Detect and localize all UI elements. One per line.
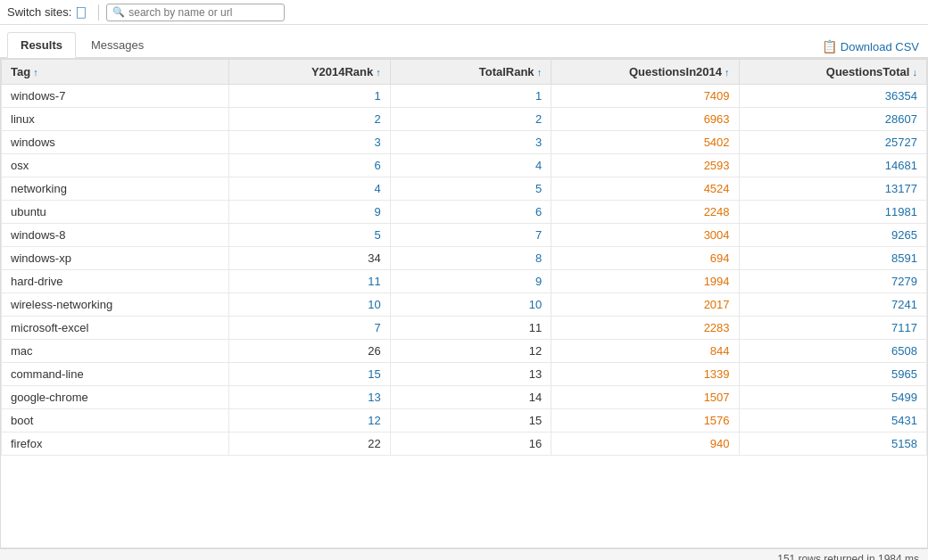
cell-y2014rank: 3 xyxy=(229,131,390,154)
cell-totalrank: 4 xyxy=(390,154,551,177)
cell-q2014: 3004 xyxy=(551,224,739,247)
tabs-bar: Results Messages xyxy=(0,25,813,57)
download-icon: 📋 xyxy=(822,39,837,54)
cell-totalrank: 3 xyxy=(390,131,551,154)
cell-qtotal: 5499 xyxy=(739,386,926,409)
cell-qtotal: 7117 xyxy=(739,317,926,340)
cell-q2014: 2017 xyxy=(551,293,739,317)
col-header-tag[interactable]: Tag xyxy=(2,60,229,85)
cell-tag: networking xyxy=(2,177,229,201)
table-row: ubuntu96224811981 xyxy=(2,201,927,224)
table-row: windows-xp3486948591 xyxy=(2,247,927,270)
search-icon: 🔍 xyxy=(112,6,125,18)
toolbar: 📋 Download CSV xyxy=(813,36,928,57)
cell-totalrank: 10 xyxy=(390,293,551,317)
cell-qtotal: 36354 xyxy=(739,85,926,108)
cell-tag: firefox xyxy=(2,432,229,456)
cell-y2014rank: 26 xyxy=(229,340,390,363)
cell-totalrank: 9 xyxy=(390,270,551,293)
cell-totalrank: 11 xyxy=(390,317,551,340)
switch-sites-icon[interactable]: ⎕ xyxy=(77,4,86,21)
cell-totalrank: 8 xyxy=(390,247,551,270)
cell-tag: windows-8 xyxy=(2,224,229,247)
cell-q2014: 1507 xyxy=(551,386,739,409)
cell-qtotal: 5158 xyxy=(739,432,926,456)
table-row: boot121515765431 xyxy=(2,409,927,432)
cell-tag: windows-7 xyxy=(2,85,229,108)
cell-tag: windows-xp xyxy=(2,247,229,270)
cell-totalrank: 15 xyxy=(390,409,551,432)
cell-qtotal: 6508 xyxy=(739,340,926,363)
cell-y2014rank: 13 xyxy=(229,386,390,409)
cell-y2014rank: 22 xyxy=(229,432,390,456)
cell-qtotal: 7241 xyxy=(739,293,926,317)
cell-qtotal: 5431 xyxy=(739,409,926,432)
cell-q2014: 4524 xyxy=(551,177,739,201)
cell-y2014rank: 4 xyxy=(229,177,390,201)
cell-tag: microsoft-excel xyxy=(2,317,229,340)
cell-qtotal: 9265 xyxy=(739,224,926,247)
cell-tag: windows xyxy=(2,131,229,154)
cell-qtotal: 28607 xyxy=(739,108,926,131)
cell-q2014: 7409 xyxy=(551,85,739,108)
cell-totalrank: 2 xyxy=(390,108,551,131)
cell-tag: ubuntu xyxy=(2,201,229,224)
table-row: linux22696328607 xyxy=(2,108,927,131)
cell-q2014: 844 xyxy=(551,340,739,363)
cell-totalrank: 12 xyxy=(390,340,551,363)
cell-qtotal: 5965 xyxy=(739,363,926,386)
download-csv-label: Download CSV xyxy=(841,40,919,54)
cell-tag: linux xyxy=(2,108,229,131)
cell-y2014rank: 6 xyxy=(229,154,390,177)
results-table: Tag Y2014Rank TotalRank QuestionsIn2014 … xyxy=(1,59,927,456)
cell-q2014: 1576 xyxy=(551,409,739,432)
status-message: 151 rows returned in 1984 ms xyxy=(777,553,919,560)
top-bar: Switch sites: ⎕ 🔍 xyxy=(0,0,928,25)
cell-y2014rank: 2 xyxy=(229,108,390,131)
tab-results[interactable]: Results xyxy=(7,32,76,58)
cell-qtotal: 14681 xyxy=(739,154,926,177)
table-row: mac26128446508 xyxy=(2,340,927,363)
cell-totalrank: 7 xyxy=(390,224,551,247)
search-input[interactable] xyxy=(128,6,271,19)
cell-qtotal: 11981 xyxy=(739,201,926,224)
cell-y2014rank: 11 xyxy=(229,270,390,293)
table-row: windows-85730049265 xyxy=(2,224,927,247)
cell-qtotal: 8591 xyxy=(739,247,926,270)
cell-q2014: 2283 xyxy=(551,317,739,340)
col-header-q2014[interactable]: QuestionsIn2014 xyxy=(551,60,739,85)
search-box[interactable]: 🔍 xyxy=(106,4,285,21)
table-row: microsoft-excel71122837117 xyxy=(2,317,927,340)
cell-q2014: 2593 xyxy=(551,154,739,177)
table-header: Tag Y2014Rank TotalRank QuestionsIn2014 … xyxy=(2,60,927,85)
cell-totalrank: 6 xyxy=(390,201,551,224)
col-header-totalrank[interactable]: TotalRank xyxy=(390,60,551,85)
divider xyxy=(98,4,99,21)
table-body: windows-711740936354linux22696328607wind… xyxy=(2,85,927,456)
cell-y2014rank: 5 xyxy=(229,224,390,247)
cell-y2014rank: 12 xyxy=(229,409,390,432)
cell-q2014: 5402 xyxy=(551,131,739,154)
cell-y2014rank: 9 xyxy=(229,201,390,224)
cell-q2014: 940 xyxy=(551,432,739,456)
table-row: command-line151313395965 xyxy=(2,363,927,386)
cell-q2014: 694 xyxy=(551,247,739,270)
cell-tag: command-line xyxy=(2,363,229,386)
cell-totalrank: 5 xyxy=(390,177,551,201)
results-table-container[interactable]: Tag Y2014Rank TotalRank QuestionsIn2014 … xyxy=(0,58,928,548)
cell-tag: hard-drive xyxy=(2,270,229,293)
table-row: networking45452413177 xyxy=(2,177,927,201)
cell-totalrank: 16 xyxy=(390,432,551,456)
cell-q2014: 6963 xyxy=(551,108,739,131)
cell-q2014: 2248 xyxy=(551,201,739,224)
switch-sites-label: Switch sites: xyxy=(7,5,71,19)
table-row: windows33540225727 xyxy=(2,131,927,154)
cell-q2014: 1994 xyxy=(551,270,739,293)
cell-y2014rank: 7 xyxy=(229,317,390,340)
tab-messages[interactable]: Messages xyxy=(78,32,157,57)
col-header-qtotal[interactable]: QuestionsTotal xyxy=(739,60,926,85)
cell-qtotal: 13177 xyxy=(739,177,926,201)
col-header-y2014rank[interactable]: Y2014Rank xyxy=(229,60,390,85)
cell-y2014rank: 15 xyxy=(229,363,390,386)
download-csv-button[interactable]: 📋 Download CSV xyxy=(822,39,919,54)
